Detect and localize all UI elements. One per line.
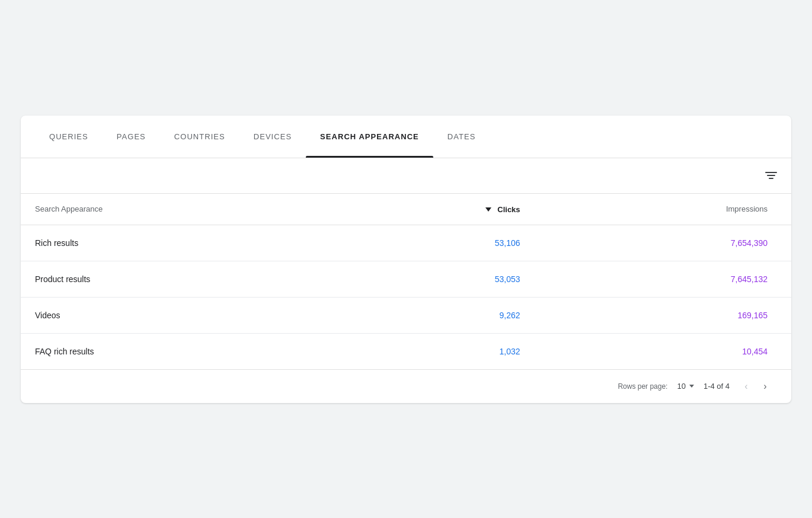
filter-icon[interactable] (765, 172, 777, 179)
tab-devices[interactable]: DEVICES (239, 116, 306, 158)
row-name: FAQ rich results (21, 333, 306, 369)
table-body: Rich results 53,106 (21, 225, 791, 369)
tab-dates[interactable]: DATES (433, 116, 490, 158)
col-header-impressions[interactable]: Impressions (556, 194, 791, 225)
table-row: Videos 9,262 169,165 (21, 297, 791, 333)
main-card: QUERIES PAGES COUNTRIES DEVICES SEARCH A… (21, 116, 791, 403)
pagination-nav: ‹ › (739, 379, 772, 394)
row-name: Product results (21, 261, 306, 297)
table-row: Rich results 53,106 (21, 225, 791, 261)
row-clicks: 1,032 (306, 333, 556, 369)
rows-dropdown-arrow-icon (689, 385, 694, 388)
rows-per-page-label: Rows per page: (618, 382, 667, 391)
row-impressions: 169,165 (556, 297, 791, 333)
tab-bar: QUERIES PAGES COUNTRIES DEVICES SEARCH A… (21, 116, 791, 158)
sort-arrow-icon (485, 207, 491, 212)
col-header-appearance: Search Appearance (21, 194, 306, 225)
rows-per-page-select[interactable]: 10 (677, 382, 693, 391)
filter-bar (21, 158, 791, 194)
pagination-bar: Rows per page: 10 1-4 of 4 ‹ › (21, 369, 791, 403)
tab-queries[interactable]: QUERIES (35, 116, 103, 158)
tab-pages[interactable]: PAGES (103, 116, 160, 158)
col-header-clicks[interactable]: Clicks (306, 194, 556, 225)
row-clicks: 53,106 (306, 225, 556, 261)
row-impressions: 7,654,390 (556, 225, 791, 261)
tab-search-appearance[interactable]: SEARCH APPEARANCE (306, 116, 433, 158)
row-impressions: 7,645,132 (556, 261, 791, 297)
tab-countries[interactable]: COUNTRIES (160, 116, 239, 158)
table-row: FAQ rich results 1,032 10,454 (21, 333, 791, 369)
rows-per-page-value: 10 (677, 382, 685, 391)
row-clicks: 9,262 (306, 297, 556, 333)
table-header: Search Appearance Clicks Impressions (21, 194, 791, 225)
pagination-range: 1-4 of 4 (704, 382, 730, 391)
data-table: Search Appearance Clicks Impressions Ric… (21, 194, 791, 369)
prev-page-button[interactable]: ‹ (739, 379, 753, 394)
table-row: Product results 53,053 7,645,132 (21, 261, 791, 297)
row-impressions: 10,454 (556, 333, 791, 369)
next-page-button[interactable]: › (758, 379, 772, 394)
row-name: Videos (21, 297, 306, 333)
row-name: Rich results (21, 225, 306, 261)
row-clicks: 53,053 (306, 261, 556, 297)
